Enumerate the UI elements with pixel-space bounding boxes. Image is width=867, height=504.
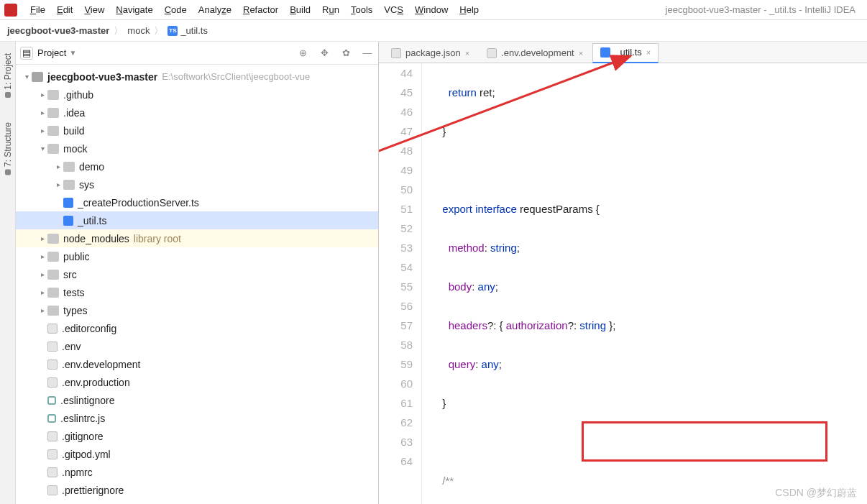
menu-refactor[interactable]: Refactor xyxy=(237,3,284,17)
project-header: ▤ Project ▼ ⊕ ✥ ✿ — xyxy=(16,42,378,65)
eslint-icon xyxy=(47,396,56,405)
project-label[interactable]: Project xyxy=(37,47,66,58)
menu-help[interactable]: Help xyxy=(454,3,485,17)
folder-icon xyxy=(63,180,75,190)
ts-icon xyxy=(600,47,610,58)
close-icon[interactable]: × xyxy=(465,49,469,58)
file-icon xyxy=(47,324,58,334)
tool-window-bar: 1: Project 7: Structure xyxy=(0,42,16,504)
expand-icon[interactable]: ✥ xyxy=(318,47,331,60)
tree-item[interactable]: ▾mock xyxy=(16,139,378,157)
tree-item[interactable]: ▸.idea xyxy=(16,104,378,122)
line-gutter: 4445464748495051525354555657585960616263… xyxy=(379,63,422,504)
file-icon xyxy=(47,431,58,441)
tree-item[interactable]: ▸types xyxy=(16,301,378,319)
ts-icon xyxy=(63,198,73,208)
tree-item[interactable]: .env xyxy=(16,337,378,355)
folder-icon xyxy=(32,72,43,82)
menu-edit[interactable]: Edit xyxy=(51,3,78,17)
folder-icon xyxy=(47,252,59,262)
ts-icon: TS xyxy=(168,26,178,36)
menu-bar: File Edit View Navigate Code Analyze Ref… xyxy=(0,0,867,20)
file-icon xyxy=(47,449,58,459)
project-view-button[interactable]: ▤ xyxy=(20,47,33,60)
tree-item[interactable]: .env.development xyxy=(16,355,378,373)
tree-item[interactable]: ▸node_moduleslibrary root xyxy=(16,229,378,247)
json-icon xyxy=(391,48,401,58)
tree-item[interactable]: ▸src xyxy=(16,265,378,283)
tree-item[interactable]: .editorconfig xyxy=(16,319,378,337)
tree-item[interactable]: ▸build xyxy=(16,122,378,139)
tree-item[interactable]: ▸public xyxy=(16,247,378,265)
folder-icon xyxy=(47,234,59,244)
menu-navigate[interactable]: Navigate xyxy=(110,3,158,17)
tree-item[interactable]: ▸sys xyxy=(16,175,378,193)
project-tree[interactable]: ▾ jeecgboot-vue3-master E:\softwork\SrcC… xyxy=(16,65,378,504)
tab-util-ts[interactable]: _util.ts× xyxy=(592,43,659,63)
highlight-box xyxy=(582,421,827,462)
folder-icon xyxy=(47,306,59,316)
ts-icon xyxy=(63,216,73,226)
folder-icon xyxy=(47,126,59,136)
folder-icon xyxy=(47,270,59,280)
tab-package-json[interactable]: package.json× xyxy=(383,44,477,63)
watermark: CSDN @梦幻蔚蓝 xyxy=(775,487,857,500)
close-icon[interactable]: × xyxy=(646,48,651,57)
breadcrumb-root[interactable]: jeecgboot-vue3-master xyxy=(7,25,109,36)
tree-item[interactable]: .eslintignore xyxy=(16,391,378,409)
chevron-down-icon[interactable]: ▼ xyxy=(69,49,76,57)
file-icon xyxy=(487,48,497,58)
menu-analyze[interactable]: Analyze xyxy=(193,3,237,17)
tree-root[interactable]: ▾ jeecgboot-vue3-master E:\softwork\SrcC… xyxy=(16,68,378,86)
menu-tools[interactable]: Tools xyxy=(345,3,378,17)
file-icon xyxy=(47,342,58,352)
tree-item[interactable]: .npmrc xyxy=(16,463,378,481)
tree-item[interactable]: ▸demo xyxy=(16,157,378,175)
menu-build[interactable]: Build xyxy=(284,3,316,17)
file-icon xyxy=(47,467,58,477)
tree-item[interactable]: .gitignore xyxy=(16,427,378,445)
file-icon xyxy=(47,359,58,370)
editor-area: package.json× .env.development× _util.ts… xyxy=(379,42,867,504)
ide-logo-icon xyxy=(4,4,17,17)
project-panel: ▤ Project ▼ ⊕ ✥ ✿ — ▾ jeecgboot-vue3-mas… xyxy=(16,42,379,504)
menu-file[interactable]: File xyxy=(24,3,51,17)
locate-icon[interactable]: ⊕ xyxy=(296,47,309,60)
menu-window[interactable]: Window xyxy=(409,3,454,17)
breadcrumb-folder[interactable]: mock xyxy=(127,25,150,36)
tree-item[interactable]: ▸tests xyxy=(16,283,378,301)
file-icon xyxy=(47,485,58,495)
folder-icon xyxy=(47,288,59,298)
sidetab-project[interactable]: 1: Project xyxy=(3,53,13,101)
menu-vcs[interactable]: VCS xyxy=(378,3,409,17)
code-editor[interactable]: 4445464748495051525354555657585960616263… xyxy=(379,63,867,504)
folder-icon xyxy=(47,144,59,154)
tree-item[interactable]: .env.production xyxy=(16,373,378,391)
tree-item[interactable]: .gitpod.yml xyxy=(16,445,378,463)
code-content[interactable]: return ret; } export interface requestPa… xyxy=(431,63,867,504)
breadcrumb-file[interactable]: _util.ts xyxy=(180,25,208,36)
file-icon xyxy=(47,377,58,388)
tree-item[interactable]: ▸.github xyxy=(16,86,378,104)
editor-tabs: package.json× .env.development× _util.ts… xyxy=(379,42,867,63)
folder-icon xyxy=(47,90,59,100)
breadcrumb: jeecgboot-vue3-master 〉 mock 〉 TS _util.… xyxy=(0,20,867,42)
menu-view[interactable]: View xyxy=(78,3,110,17)
eslint-icon xyxy=(47,414,56,423)
menu-run[interactable]: Run xyxy=(316,3,345,17)
folder-icon xyxy=(47,108,59,118)
sidetab-structure[interactable]: 7: Structure xyxy=(3,122,13,178)
window-title: jeecgboot-vue3-master - _util.ts - Intel… xyxy=(666,4,863,15)
menu-code[interactable]: Code xyxy=(159,3,193,17)
settings-icon[interactable]: ✿ xyxy=(339,47,352,60)
tree-item[interactable]: .prettierignore xyxy=(16,481,378,499)
close-icon[interactable]: × xyxy=(579,49,583,58)
folder-icon xyxy=(63,162,75,172)
collapse-icon[interactable]: — xyxy=(361,47,374,60)
tree-item[interactable]: _createProductionServer.ts xyxy=(16,193,378,211)
tree-item-selected[interactable]: _util.ts xyxy=(16,211,378,229)
tab-env-development[interactable]: .env.development× xyxy=(479,44,591,63)
tree-item[interactable]: .eslintrc.js xyxy=(16,409,378,427)
